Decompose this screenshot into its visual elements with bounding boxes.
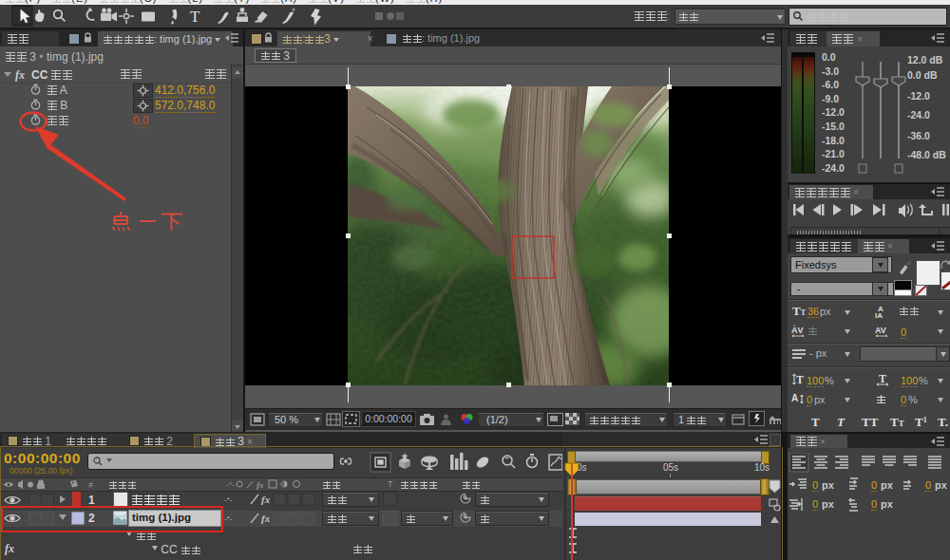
svg-text:-*-: -*- bbox=[224, 495, 233, 504]
svg-text:-*-: -*- bbox=[226, 480, 235, 489]
svg-text:T: T bbox=[796, 373, 804, 386]
svg-text:fx: fx bbox=[261, 513, 271, 524]
svg-text:A: A bbox=[791, 393, 798, 403]
svg-text:IA: IA bbox=[875, 311, 883, 318]
svg-text:fx: fx bbox=[256, 480, 264, 490]
svg-text:T: T bbox=[879, 372, 886, 385]
svg-text:T: T bbox=[190, 8, 200, 26]
svg-text:fx: fx bbox=[261, 494, 271, 505]
svg-text:A̾V: A̾V bbox=[791, 325, 804, 335]
svg-text:-*-: -*- bbox=[224, 514, 233, 523]
svg-text:#: # bbox=[88, 480, 93, 490]
svg-text:AV: AV bbox=[875, 326, 886, 335]
